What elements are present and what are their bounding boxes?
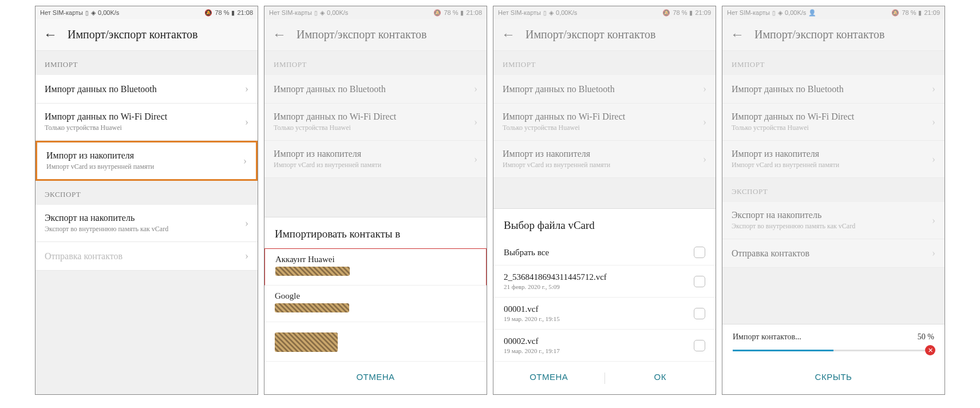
status-bar: Нет SIM-карты ▯ ◈ 0,00K/s 🔕 78 % ▮ 21:08 xyxy=(35,6,258,19)
battery-icon: ▮ xyxy=(689,9,693,17)
chevron-right-icon: › xyxy=(245,116,248,128)
cancel-button[interactable]: ОТМЕНА xyxy=(493,362,604,394)
checkbox[interactable] xyxy=(694,340,705,351)
item-bluetooth[interactable]: Импорт данных по Bluetooth › xyxy=(493,75,716,104)
sim-icon: ▯ xyxy=(543,10,547,16)
bell-icon: 🔕 xyxy=(891,9,899,17)
item-bluetooth[interactable]: Импорт данных по Bluetooth › xyxy=(35,75,258,104)
item-storage[interactable]: Импорт из накопителя Импорт vCard из вну… xyxy=(264,141,487,178)
select-all-row[interactable]: Выбрать все xyxy=(493,240,716,266)
sim-status: Нет SIM-карты xyxy=(727,9,770,16)
redacted-text xyxy=(275,332,338,352)
chevron-right-icon: › xyxy=(932,83,935,95)
battery-text: 78 % xyxy=(215,9,229,16)
sim-status: Нет SIM-карты xyxy=(40,9,83,16)
battery-icon: ▮ xyxy=(231,9,235,17)
phone-screen-3: Нет SIM-карты ▯ ◈ 0,00K/s 🔕 78 % ▮ 21:09… xyxy=(493,6,716,395)
status-bar: Нет SIM-карты ▯ ◈ 0,00K/s 👤 🔕 78 % ▮ 21:… xyxy=(722,6,945,19)
sheet-title: Импортировать контакты в xyxy=(264,217,487,248)
speed-text: 0,00K/s xyxy=(556,9,577,16)
speed-text: 0,00K/s xyxy=(327,9,348,16)
checkbox[interactable] xyxy=(694,276,705,287)
app-header: ← Импорт/экспорт контактов xyxy=(264,19,487,51)
chevron-right-icon: › xyxy=(245,217,248,229)
chevron-right-icon: › xyxy=(932,215,935,227)
chevron-right-icon: › xyxy=(245,83,248,95)
time-text: 21:08 xyxy=(466,9,482,16)
progress-pct: 50 % xyxy=(918,332,934,342)
sim-icon: ▯ xyxy=(772,10,776,16)
item-storage[interactable]: Импорт из накопителя Импорт vCard из вну… xyxy=(493,141,716,178)
section-import: ИМПОРТ xyxy=(722,51,945,75)
section-export: ЭКСПОРТ xyxy=(722,178,945,202)
item-wifi[interactable]: Импорт данных по Wi-Fi Direct Только уст… xyxy=(493,104,716,141)
section-import: ИМПОРТ xyxy=(35,51,258,75)
bell-icon: 🔕 xyxy=(204,9,212,17)
hide-button[interactable]: СКРЫТЬ xyxy=(722,362,945,394)
wifi-icon: ◈ xyxy=(320,9,325,17)
chevron-right-icon: › xyxy=(245,250,248,262)
account-chooser-sheet: Импортировать контакты в Аккаунт Huawei … xyxy=(264,217,487,394)
battery-icon: ▮ xyxy=(918,9,922,17)
section-export: ЭКСПОРТ xyxy=(35,181,258,205)
checkbox[interactable] xyxy=(694,247,705,258)
account-huawei[interactable]: Аккаунт Huawei xyxy=(264,248,487,286)
item-send[interactable]: Отправка контактов › xyxy=(722,239,945,268)
chevron-right-icon: › xyxy=(474,116,477,128)
page-title: Импорт/экспорт контактов xyxy=(297,28,426,41)
page-title: Импорт/экспорт контактов xyxy=(754,28,884,41)
battery-text: 78 % xyxy=(444,9,458,16)
back-icon[interactable]: ← xyxy=(44,27,57,42)
chevron-right-icon: › xyxy=(703,153,706,165)
item-send[interactable]: Отправка контактов › xyxy=(35,242,258,271)
app-header: ← Импорт/экспорт контактов xyxy=(493,19,716,51)
phone-screen-4: Нет SIM-карты ▯ ◈ 0,00K/s 👤 🔕 78 % ▮ 21:… xyxy=(722,6,945,395)
bell-icon: 🔕 xyxy=(662,9,670,17)
item-bluetooth[interactable]: Импорт данных по Bluetooth › xyxy=(722,75,945,104)
chevron-right-icon: › xyxy=(932,153,935,165)
time-text: 21:08 xyxy=(237,9,253,16)
progress-bar: ✕ xyxy=(733,350,934,351)
battery-icon: ▮ xyxy=(460,9,464,17)
progress-sheet: Импорт контактов... 50 % ✕ СКРЫТЬ xyxy=(722,324,945,394)
item-bluetooth[interactable]: Импорт данных по Bluetooth › xyxy=(264,75,487,104)
redacted-text xyxy=(275,267,350,276)
item-wifi[interactable]: Импорт данных по Wi-Fi Direct Только уст… xyxy=(722,104,945,141)
vcard-file-2[interactable]: 00001.vcf 19 мар. 2020 г., 19:15 xyxy=(493,298,716,330)
page-title: Импорт/экспорт контактов xyxy=(68,28,197,41)
account-other[interactable] xyxy=(264,322,487,362)
sheet-title: Выбор файла vCard xyxy=(493,209,716,240)
app-header: ← Импорт/экспорт контактов xyxy=(722,19,945,51)
wifi-icon: ◈ xyxy=(778,9,783,17)
back-icon[interactable]: ← xyxy=(501,27,515,42)
wifi-icon: ◈ xyxy=(549,9,554,17)
item-storage[interactable]: Импорт из накопителя Импорт vCard из вну… xyxy=(722,141,945,178)
section-import: ИМПОРТ xyxy=(264,51,487,75)
app-header: ← Импорт/экспорт контактов xyxy=(35,19,258,51)
status-bar: Нет SIM-карты ▯ ◈ 0,00K/s 🔕 78 % ▮ 21:09 xyxy=(493,6,716,19)
battery-text: 78 % xyxy=(673,9,687,16)
chevron-right-icon: › xyxy=(474,153,477,165)
vcard-file-3[interactable]: 00002.vcf 19 мар. 2020 г., 19:17 xyxy=(493,330,716,362)
item-storage-highlighted[interactable]: Импорт из накопителя Импорт vCard из вну… xyxy=(35,141,258,181)
vcard-file-1[interactable]: 2_536841869431144571​2.vcf 21 февр. 2020… xyxy=(493,266,716,298)
ok-button[interactable]: ОК xyxy=(605,362,716,394)
item-export-storage[interactable]: Экспорт на накопитель Экспорт во внутрен… xyxy=(722,202,945,239)
cancel-button[interactable]: ОТМЕНА xyxy=(264,362,487,394)
checkbox[interactable] xyxy=(694,308,705,319)
page-title: Импорт/экспорт контактов xyxy=(525,28,655,41)
sim-icon: ▯ xyxy=(85,10,89,16)
chevron-right-icon: › xyxy=(932,247,935,259)
cancel-progress-icon[interactable]: ✕ xyxy=(925,345,935,355)
item-wifi[interactable]: Импорт данных по Wi-Fi Direct Только уст… xyxy=(264,104,487,141)
speed-text: 0,00K/s xyxy=(785,9,806,16)
back-icon[interactable]: ← xyxy=(730,27,744,42)
account-google[interactable]: Google xyxy=(264,286,487,322)
progress-fill xyxy=(733,350,833,351)
back-icon[interactable]: ← xyxy=(272,27,286,42)
item-wifi[interactable]: Импорт данных по Wi-Fi Direct Только уст… xyxy=(35,104,258,141)
speed-text: 0,00K/s xyxy=(98,9,119,16)
item-export-storage[interactable]: Экспорт на накопитель Экспорт во внутрен… xyxy=(35,205,258,242)
progress-label: Импорт контактов... xyxy=(733,332,801,342)
redacted-text xyxy=(275,303,349,312)
